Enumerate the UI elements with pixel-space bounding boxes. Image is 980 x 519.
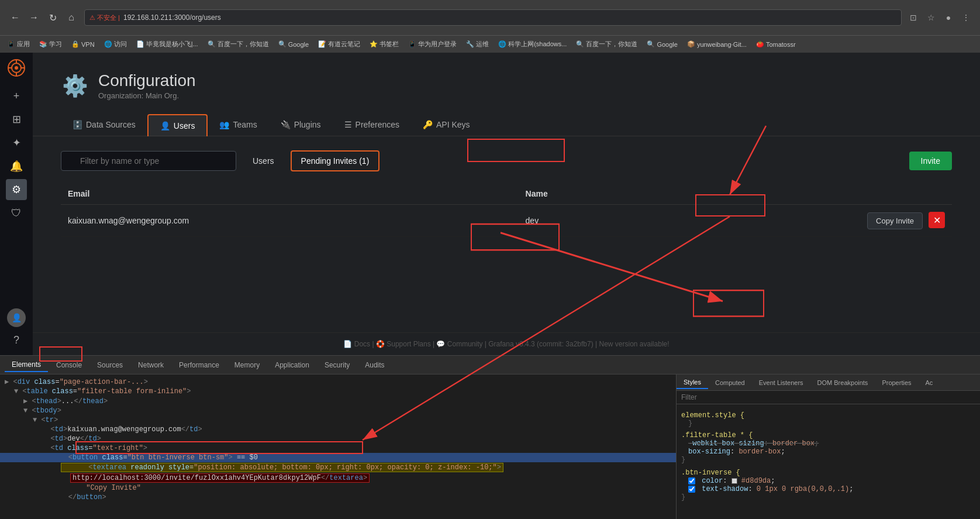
docs-link[interactable]: 📄 Docs (343, 340, 370, 348)
elem-line-9[interactable]: <button class="btn btn-inverse btn-sm"> … (0, 453, 676, 462)
bookmark-google2[interactable]: 🔍 Google (644, 39, 679, 49)
sidebar-config-icon[interactable]: ⚙ (6, 179, 27, 200)
bookmark-vpn[interactable]: 🔒 VPN (69, 39, 97, 49)
preferences-icon: ☰ (344, 120, 352, 129)
devtools-tab-console[interactable]: Console (49, 359, 89, 372)
copy-invite-button[interactable]: Copy Invite (867, 212, 923, 229)
elem-line-5[interactable]: ▼ <tr> (0, 415, 676, 425)
styles-tab-ac[interactable]: Ac (919, 377, 940, 389)
email-cell: kaixuan.wnag@wengegroup.com (61, 205, 519, 237)
bookmark-baidu2[interactable]: 🔍 百度一下，你知道 (574, 39, 640, 50)
elem-line-8[interactable]: <td class="text-right"> (0, 444, 676, 453)
forward-button[interactable]: → (26, 9, 42, 26)
tab-plugins[interactable]: 🔌 Plugins (269, 114, 333, 136)
tab-api-keys[interactable]: 🔑 API Keys (411, 114, 482, 136)
bookmark-yunweibang[interactable]: 📦 yunweibang·Git... (685, 39, 749, 49)
sidebar-user-avatar[interactable]: 👤 (7, 308, 26, 327)
bookmarks-bar: 📱 应用 📚 学习 🔒 VPN 🌐 访问 📄 毕竟我是杨小飞|... 🔍 百度一… (0, 35, 980, 53)
favorites-button[interactable]: ☆ (924, 11, 938, 25)
back-button[interactable]: ← (7, 9, 23, 26)
sidebar-help-icon[interactable]: ? (6, 329, 27, 350)
css-block-3-close: } (681, 493, 975, 501)
bookmark-apps[interactable]: 📱 应用 (5, 39, 32, 50)
tab-api-keys-label: API Keys (436, 120, 470, 129)
browser-chrome: ← → ↻ ⌂ ⚠ 不安全 | 192.168.10.211:3000/org/… (0, 0, 980, 35)
elem-line-13[interactable]: </button> (0, 493, 676, 502)
bookmark-shujianlan[interactable]: ⭐ 书签栏 (367, 39, 401, 50)
footer: 📄 Docs | 🛟 Support Plans | 💬 Community |… (33, 332, 980, 355)
plugins-icon: 🔌 (281, 120, 291, 129)
css-color-checkbox[interactable] (688, 477, 695, 484)
tab-teams[interactable]: 👥 Teams (208, 114, 268, 136)
bookmark-shadows[interactable]: 🌐 科学上网(shadows... (496, 39, 569, 50)
data-sources-icon: 🗄️ (73, 120, 82, 129)
support-link[interactable]: 🛟 Support Plans (376, 340, 431, 348)
styles-tab-styles[interactable]: Styles (677, 376, 708, 389)
search-input[interactable] (61, 151, 236, 171)
elem-line-7[interactable]: <td>dev</td> (0, 434, 676, 444)
extensions-button[interactable]: ⊡ (906, 11, 920, 25)
menu-button[interactable]: ⋮ (959, 11, 973, 25)
address-bar[interactable]: ⚠ 不安全 | 192.168.10.211:3000/org/users (84, 9, 902, 26)
tab-users[interactable]: 👤 Users (147, 114, 208, 136)
styles-tab-computed[interactable]: Computed (708, 377, 752, 389)
bookmark-study[interactable]: 📚 学习 (37, 39, 64, 50)
home-button[interactable]: ⌂ (63, 9, 80, 26)
devtools-tab-elements[interactable]: Elements (5, 358, 48, 372)
devtools-tab-network[interactable]: Network (131, 359, 171, 372)
bookmark-huawei[interactable]: 📱 华为用户登录 (406, 39, 459, 50)
elem-line-12[interactable]: "Copy Invite" (0, 483, 676, 493)
elem-line-11[interactable]: http://localhost:3000/invite/fuzlOxx1ahv… (0, 473, 676, 483)
bookmark-tomatossr[interactable]: 🍅 Tomatossr (754, 39, 798, 49)
styles-tab-dom-breakpoints[interactable]: DOM Breakpoints (810, 377, 875, 389)
devtools-tab-application[interactable]: Application (268, 359, 316, 372)
bookmark-google1[interactable]: 🔍 Google (276, 39, 311, 49)
sidebar-dashboard-icon[interactable]: ⊞ (6, 109, 27, 130)
devtools-tab-sources[interactable]: Sources (90, 359, 130, 372)
users-tab-button[interactable]: Users (243, 152, 284, 170)
color-swatch (731, 478, 737, 484)
new-version-link[interactable]: New version available! (599, 340, 670, 348)
css-text-shadow-checkbox[interactable] (688, 486, 695, 493)
sidebar-explore-icon[interactable]: ✦ (6, 132, 27, 153)
bookmark-yangxiaofei[interactable]: 📄 毕竟我是杨小飞|... (134, 39, 201, 50)
bookmark-ops[interactable]: 🔧 运维 (464, 39, 491, 50)
community-link[interactable]: 💬 Community (436, 340, 482, 348)
bookmark-baidu1[interactable]: 🔍 百度一下，你知道 (205, 39, 271, 50)
grafana-logo[interactable] (6, 57, 27, 78)
elem-line-1[interactable]: ▶ <div class="page-action-bar-...> (0, 377, 676, 387)
bookmark-visit[interactable]: 🌐 访问 (102, 39, 129, 50)
tab-data-sources[interactable]: 🗄️ Data Sources (61, 114, 147, 136)
pending-invites-tab-button[interactable]: Pending Invites (1) (291, 150, 380, 171)
elem-line-3[interactable]: ▶ <thead>...</thead> (0, 396, 676, 406)
css-block-3: color: #d8d9da; text-shadow: 0 1px 0 rgb… (688, 477, 975, 493)
css-selector-2: .filter-table * { (681, 431, 975, 439)
devtools-tab-audits[interactable]: Audits (358, 359, 391, 372)
devtools-tab-security[interactable]: Security (318, 359, 357, 372)
css-selector-3: .btn-inverse { (681, 469, 975, 477)
main-content: ⚙️ Configuration Organization: Main Org.… (33, 53, 980, 355)
bookmark-youdao[interactable]: 📝 有道云笔记 (316, 39, 363, 50)
elem-line-6[interactable]: <td>kaixuan.wnag@wengegroup.com</td> (0, 425, 676, 434)
styles-tab-properties[interactable]: Properties (875, 377, 918, 389)
styles-tab-event-listeners[interactable]: Event Listeners (752, 377, 810, 389)
devtools-tab-memory[interactable]: Memory (227, 359, 267, 372)
sidebar-alert-icon[interactable]: 🔔 (6, 156, 27, 177)
tab-preferences[interactable]: ☰ Preferences (333, 114, 411, 136)
elements-panel[interactable]: ▶ <div class="page-action-bar-...> ▼ <ta… (0, 374, 676, 519)
css-filter-input[interactable] (677, 391, 980, 404)
elem-line-4[interactable]: ▼ <tbody> (0, 406, 676, 415)
profile-button[interactable]: ● (941, 11, 955, 25)
reload-button[interactable]: ↻ (44, 9, 61, 26)
delete-invite-button[interactable]: ✕ (929, 212, 945, 228)
invite-button[interactable]: Invite (909, 152, 952, 170)
sidebar-shield-icon[interactable]: 🛡 (6, 202, 27, 224)
sidebar-add-icon[interactable]: + (6, 85, 27, 106)
elem-line-10[interactable]: <textarea readonly style="position: abso… (0, 462, 676, 473)
security-warning: ⚠ 不安全 | (89, 13, 120, 22)
actions-cell: Copy Invite ✕ (641, 205, 952, 237)
elem-line-2[interactable]: ▼ <table class="filter-table form-inline… (0, 387, 676, 396)
css-prop-color: color: #d8d9da; (688, 477, 975, 485)
config-title-block: Configuration Organization: Main Org. (98, 71, 196, 100)
devtools-tab-performance[interactable]: Performance (172, 359, 226, 372)
